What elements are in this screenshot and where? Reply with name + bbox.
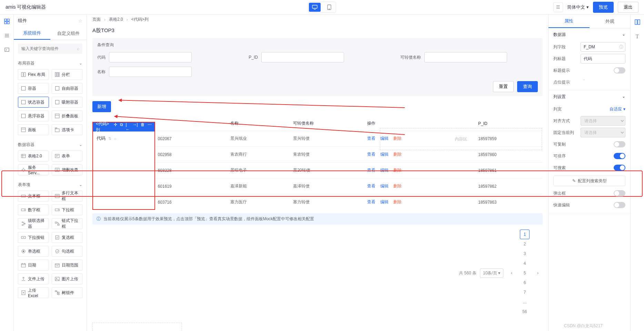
tool-delete-icon[interactable]: 🗑 — [141, 122, 145, 132]
component-勾选框[interactable]: 勾选框 — [52, 246, 83, 257]
info-icon[interactable]: ⓘ — [619, 44, 623, 50]
component-折叠面板[interactable]: 折叠面板 — [52, 110, 83, 121]
fix-select[interactable]: 请选择 — [581, 128, 625, 137]
page-7[interactable]: 7 — [520, 288, 530, 297]
component-日期[interactable]: 日期 — [18, 260, 49, 271]
page-5[interactable]: 5 — [520, 268, 530, 278]
chevron-down-icon[interactable]: ⌄ — [79, 142, 82, 147]
search-icon[interactable]: ⌕ — [114, 136, 117, 140]
component-选项卡[interactable]: 选项卡 — [52, 124, 83, 135]
component-单选框[interactable]: 单选框 — [18, 246, 49, 257]
filter-P_ID-input[interactable] — [261, 52, 344, 62]
component-表格2.0[interactable]: 表格2.0 — [18, 150, 49, 162]
tool-left-icon[interactable]: |← — [126, 122, 130, 132]
preview-button[interactable]: 预览 — [593, 2, 614, 13]
col-field-input[interactable] — [581, 42, 625, 52]
page-56[interactable]: 56 — [520, 307, 530, 317]
col-header-code[interactable]: 代码 — [97, 135, 105, 142]
op-view[interactable]: 查看 — [367, 199, 375, 204]
tool-copy-icon[interactable]: ⧉ — [120, 122, 123, 132]
sort-icon[interactable]: ⇅ — [108, 136, 111, 141]
rightrail-settings-icon[interactable] — [635, 19, 640, 26]
international-icon[interactable]: ☰ — [553, 2, 563, 12]
placeholder-content[interactable]: 内容区 — [92, 323, 182, 331]
rightrail-text-icon[interactable]: T — [636, 33, 639, 40]
component-链式下拉框[interactable]: 链式下拉框 — [52, 218, 83, 229]
op-edit[interactable]: 编辑 — [380, 152, 389, 157]
sort-switch[interactable] — [614, 153, 625, 159]
title-tip-switch[interactable] — [614, 67, 625, 74]
popup-switch[interactable] — [614, 190, 625, 196]
add-button[interactable]: 新增 — [92, 101, 111, 112]
search-switch[interactable] — [614, 165, 625, 171]
page-1[interactable]: 1 — [520, 230, 530, 239]
page-3[interactable]: 3 — [520, 249, 530, 259]
svg-rect-40 — [21, 264, 26, 267]
pin-icon[interactable]: ☆ — [78, 18, 82, 23]
col-title-input[interactable] — [581, 54, 625, 64]
tab-appearance[interactable]: 外观 — [590, 14, 631, 28]
component-容器[interactable]: 容器 — [18, 83, 49, 94]
component-图片上传[interactable]: 图片上传 — [52, 273, 83, 284]
component-search-input[interactable] — [18, 43, 82, 54]
component-状态容器[interactable]: 状态容器 — [18, 97, 49, 108]
component-复选框[interactable]: 复选框 — [52, 232, 83, 243]
component-表单[interactable]: 表单 — [52, 150, 83, 162]
rail-code-icon[interactable] — [4, 47, 10, 53]
filter-代码-input[interactable] — [109, 52, 192, 62]
component-文件上传[interactable]: 文件上传 — [18, 273, 49, 284]
tab-custom-components[interactable]: 自定义组件 — [50, 27, 87, 40]
component-级联选择器[interactable]: 级联选择器 — [18, 218, 49, 229]
reset-button[interactable]: 重置 — [493, 81, 514, 92]
op-edit[interactable]: 编辑 — [380, 199, 389, 204]
component-自由容器[interactable]: 自由容器 — [52, 83, 83, 94]
tool-move-icon[interactable]: ✢ — [114, 122, 117, 132]
page-...[interactable]: ... — [520, 297, 530, 307]
mobile-icon[interactable] — [323, 3, 335, 12]
component-上传 Excel[interactable]: 上传 Excel — [18, 287, 49, 298]
component-下拉按钮[interactable]: 下拉按钮 — [18, 232, 49, 243]
component-树组件[interactable]: 树组件 — [52, 287, 83, 298]
query-button[interactable]: 查询 — [517, 81, 538, 92]
component-悬浮容器[interactable]: 悬浮容器 — [18, 110, 49, 121]
component-面板[interactable]: 面板 — [18, 124, 49, 135]
copy-switch[interactable] — [614, 141, 625, 147]
component-日期范围[interactable]: 日期范围 — [52, 260, 83, 271]
tab-property[interactable]: 属性 — [549, 14, 590, 28]
placeholder-slot[interactable]: 内容区 — [380, 128, 542, 150]
filter-可转债名称-input[interactable] — [424, 52, 507, 62]
filter-名称-input[interactable] — [109, 67, 192, 77]
quickedit-switch[interactable] — [614, 202, 625, 208]
page-size-select[interactable]: 10条/页 ▾ — [480, 269, 503, 278]
component-数字框[interactable]: 数字框 — [18, 204, 49, 215]
exit-button[interactable]: 退出 — [618, 2, 638, 13]
rail-components-icon[interactable] — [4, 19, 10, 25]
page-4[interactable]: 4 — [520, 259, 530, 268]
page-next[interactable]: › — [533, 268, 543, 278]
page-6[interactable]: 6 — [520, 278, 530, 288]
col-header-bond[interactable]: 可转债名称 — [290, 116, 364, 131]
chevron-down-icon[interactable]: ⌄ — [622, 32, 625, 38]
rail-outline-icon[interactable] — [4, 33, 10, 39]
component-分栏[interactable]: 分栏 — [52, 69, 83, 80]
svg-rect-9 — [24, 72, 26, 77]
page-2[interactable]: 2 — [520, 239, 530, 249]
search-icon[interactable]: ⌕ — [77, 46, 80, 51]
chevron-down-icon[interactable]: ⌄ — [622, 94, 625, 100]
op-view[interactable]: 查看 — [367, 136, 375, 141]
tab-system-components[interactable]: 系统组件 — [14, 27, 50, 40]
align-select[interactable]: 请选择 — [581, 116, 625, 126]
chevron-down-icon[interactable]: ⌄ — [79, 61, 82, 66]
col-width-select[interactable]: 自适应▾ — [610, 106, 625, 112]
component-吸附容器[interactable]: 吸附容器 — [52, 97, 83, 108]
component-Flex 布局[interactable]: Flex 布局 — [18, 69, 49, 80]
component-下拉框[interactable]: 下拉框 — [52, 204, 83, 215]
desktop-icon[interactable] — [309, 3, 321, 12]
lang-select[interactable]: 简体中文▾ — [567, 4, 589, 10]
tool-more-icon[interactable]: ⋯ — [148, 122, 152, 132]
page-prev[interactable]: ‹ — [507, 268, 516, 278]
tool-right-icon[interactable]: →| — [133, 122, 138, 132]
op-view[interactable]: 查看 — [367, 152, 375, 157]
op-delete[interactable]: 删除 — [393, 199, 402, 204]
op-delete[interactable]: 删除 — [393, 152, 402, 157]
